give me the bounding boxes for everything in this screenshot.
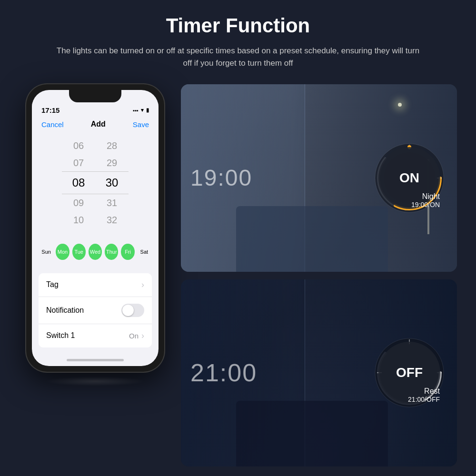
day-thur[interactable]: Thur — [105, 244, 118, 260]
status-icons: ▪▪▪ ▾ ▮ — [133, 107, 149, 113]
settings-section: Tag Notification Switch 1 — [39, 273, 152, 347]
minute-29: 29 — [107, 154, 117, 171]
days-row: Sun Mon Tue Wed Thur Fri Sat — [32, 236, 159, 268]
phone-status-bar: 17:15 ▪▪▪ ▾ ▮ — [32, 102, 159, 116]
switch1-value: On — [129, 332, 139, 340]
home-indicator — [32, 353, 159, 365]
phone-inner: 17:15 ▪▪▪ ▾ ▮ Cancel Add Save — [32, 90, 159, 366]
content-row: 17:15 ▪▪▪ ▾ ▮ Cancel Add Save — [19, 84, 457, 466]
hour-08-selected: 08 — [62, 171, 95, 194]
on-state-label: ON — [399, 170, 419, 186]
off-state-label: OFF — [396, 365, 423, 380]
phone-outer: 17:15 ▪▪▪ ▾ ▮ Cancel Add Save — [26, 84, 164, 372]
off-schedule-label: 21:00/OFF — [408, 396, 440, 403]
time-picker[interactable]: 06 07 08 09 10 28 29 30 31 32 — [32, 133, 159, 236]
on-dial-info: Night 19:00/ON — [404, 185, 447, 216]
page-subtitle: The lights can be turned on or off at sp… — [52, 45, 424, 69]
on-panel: 19:00 — [181, 84, 457, 272]
hour-picker[interactable]: 06 07 08 09 10 — [62, 137, 95, 228]
tag-chevron-icon — [141, 280, 144, 290]
hour-09: 09 — [73, 194, 84, 211]
notification-label: Notification — [46, 306, 84, 315]
on-panel-content: 19:00 — [181, 84, 457, 272]
add-label: Add — [91, 120, 106, 129]
cancel-button[interactable]: Cancel — [41, 120, 64, 129]
off-panel-content: 21:00 — [181, 279, 457, 467]
tag-label: Tag — [46, 280, 59, 289]
tag-row[interactable]: Tag — [39, 273, 152, 297]
home-bar — [67, 359, 124, 361]
phone-container: 17:15 ▪▪▪ ▾ ▮ Cancel Add Save — [19, 84, 171, 466]
switch1-label: Switch 1 — [46, 331, 75, 340]
day-sat[interactable]: Sat — [138, 244, 151, 260]
phone-notch — [69, 90, 121, 102]
tag-right — [141, 280, 144, 290]
phone-reflection — [45, 377, 145, 386]
minute-32: 32 — [107, 211, 117, 228]
off-panel: 21:00 — [181, 279, 457, 467]
minute-31: 31 — [107, 194, 117, 211]
day-mon[interactable]: Mon — [56, 244, 69, 260]
off-time-display: 21:00 — [190, 358, 371, 387]
on-mode-label: Night — [411, 192, 440, 201]
minute-picker[interactable]: 28 29 30 31 32 — [95, 137, 129, 228]
switch1-row[interactable]: Switch 1 On — [39, 324, 152, 347]
on-time-display: 19:00 — [190, 165, 371, 191]
right-panels: 19:00 — [181, 84, 457, 466]
page-title: Timer Function — [166, 14, 310, 37]
wifi-icon: ▾ — [141, 107, 144, 113]
day-sun[interactable]: Sun — [40, 244, 53, 260]
off-mode-label: Rest — [408, 387, 440, 396]
hour-10: 10 — [73, 211, 84, 228]
save-button[interactable]: Save — [133, 120, 149, 129]
phone-toolbar: Cancel Add Save — [32, 116, 159, 133]
minute-28: 28 — [107, 137, 117, 154]
day-fri[interactable]: Fri — [121, 244, 134, 260]
minute-30-selected: 30 — [95, 171, 129, 194]
off-dial-info: Rest 21:00/OFF — [400, 379, 447, 411]
notification-row[interactable]: Notification — [39, 297, 152, 324]
on-dial-widget: ON Night 19:00/ON — [371, 140, 447, 216]
day-tue[interactable]: Tue — [72, 244, 86, 260]
hour-06: 06 — [73, 137, 84, 154]
day-wed[interactable]: Wed — [89, 244, 102, 260]
switch1-chevron-icon — [141, 331, 144, 341]
toggle-knob — [122, 305, 134, 316]
signal-icon: ▪▪▪ — [133, 108, 139, 113]
off-dial-widget: OFF Rest 21:00/OFF — [371, 335, 447, 411]
notification-toggle[interactable] — [121, 304, 144, 317]
switch1-right: On — [129, 331, 144, 341]
hour-07: 07 — [73, 154, 84, 171]
status-time: 17:15 — [41, 106, 60, 114]
page-wrapper: Timer Function The lights can be turned … — [0, 0, 476, 476]
battery-icon: ▮ — [146, 107, 149, 113]
on-schedule-label: 19:00/ON — [411, 201, 440, 208]
